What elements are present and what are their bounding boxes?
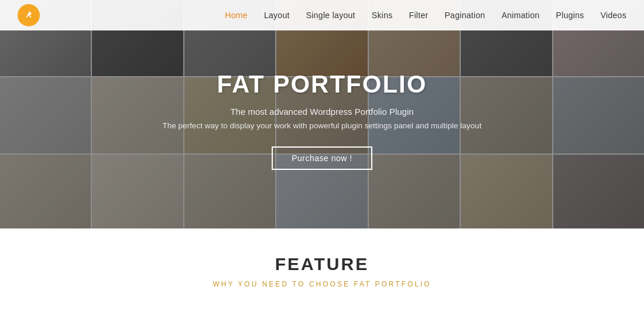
hero-section: FAT PORTFOLIO The most advanced Wordpres…	[0, 0, 644, 228]
hero-title: FAT PORTFOLIO	[217, 70, 427, 98]
main-nav: Home Layout Single layout Skins Filter P…	[225, 11, 626, 20]
logo	[18, 4, 40, 26]
nav-pagination[interactable]: Pagination	[444, 11, 485, 20]
feature-section: FEATURE WHY YOU NEED TO CHOOSE FAT PORTF…	[0, 228, 644, 314]
nav-filter[interactable]: Filter	[409, 11, 429, 20]
purchase-button[interactable]: Purchase now !	[272, 146, 372, 170]
navbar: Home Layout Single layout Skins Filter P…	[0, 0, 644, 30]
nav-plugins[interactable]: Plugins	[556, 11, 584, 20]
nav-skins[interactable]: Skins	[372, 11, 393, 20]
hero-content: FAT PORTFOLIO The most advanced Wordpres…	[0, 12, 644, 228]
nav-single-layout[interactable]: Single layout	[306, 11, 355, 20]
feature-subtitle: WHY YOU NEED TO CHOOSE FAT PORTFOLIO	[213, 280, 431, 288]
nav-animation[interactable]: Animation	[502, 11, 540, 20]
nav-home[interactable]: Home	[225, 11, 248, 20]
logo-icon	[18, 4, 40, 26]
feature-title: FEATURE	[275, 254, 369, 274]
nav-videos[interactable]: Videos	[601, 11, 626, 20]
hero-desc: The perfect way to display your work wit…	[163, 121, 482, 130]
svg-point-0	[23, 9, 35, 21]
hero-subtitle: The most advanced Wordpress Portfolio Pl…	[230, 107, 413, 117]
nav-layout[interactable]: Layout	[264, 11, 290, 20]
